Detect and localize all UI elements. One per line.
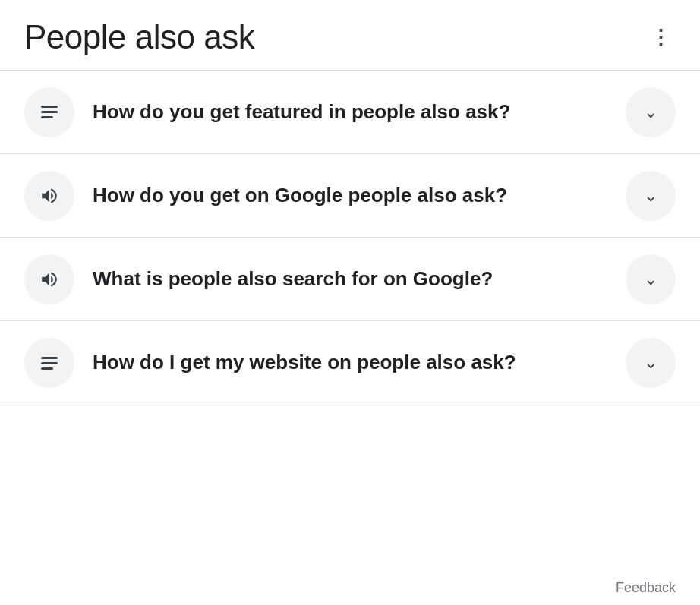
speaker-icon <box>39 269 59 289</box>
line-2 <box>41 111 58 113</box>
speaker-icon <box>39 186 59 206</box>
section-title: People also ask <box>24 18 254 56</box>
line-2 <box>41 362 58 364</box>
faq-icon-3 <box>24 254 74 304</box>
lines-icon <box>41 106 58 118</box>
more-dots-icon: ⋮ <box>651 27 671 47</box>
feedback-link[interactable]: Feedback <box>616 580 676 595</box>
faq-expand-4[interactable]: ⌄ <box>626 338 676 388</box>
line-1 <box>41 357 58 359</box>
chevron-down-icon: ⌄ <box>644 187 657 204</box>
faq-icon-1 <box>24 87 74 137</box>
lines-icon <box>41 357 58 370</box>
faq-expand-3[interactable]: ⌄ <box>626 254 676 304</box>
faq-question-1: How do you get featured in people also a… <box>74 99 626 125</box>
chevron-down-icon: ⌄ <box>644 354 657 371</box>
faq-expand-1[interactable]: ⌄ <box>626 87 676 137</box>
faq-question-2: How do you get on Google people also ask… <box>74 182 626 209</box>
faq-list: How do you get featured in people also a… <box>0 71 700 405</box>
line-3 <box>41 367 53 370</box>
chevron-down-icon: ⌄ <box>644 104 657 121</box>
faq-item-1[interactable]: How do you get featured in people also a… <box>0 71 700 154</box>
faq-icon-4 <box>24 338 74 388</box>
feedback-area: Feedback <box>616 580 676 596</box>
faq-item-4[interactable]: How do I get my website on people also a… <box>0 321 700 405</box>
faq-item-2[interactable]: How do you get on Google people also ask… <box>0 154 700 238</box>
more-options-button[interactable]: ⋮ <box>645 22 676 52</box>
chevron-down-icon: ⌄ <box>644 271 657 288</box>
faq-question-4: How do I get my website on people also a… <box>74 349 626 376</box>
line-3 <box>41 116 53 118</box>
faq-expand-2[interactable]: ⌄ <box>626 171 676 221</box>
line-1 <box>41 106 58 108</box>
people-also-ask-panel: People also ask ⋮ How do you get feature… <box>0 0 700 605</box>
faq-item-3[interactable]: What is people also search for on Google… <box>0 238 700 321</box>
footer-divider <box>0 405 700 405</box>
header: People also ask ⋮ <box>0 0 700 70</box>
faq-icon-2 <box>24 171 74 221</box>
faq-question-3: What is people also search for on Google… <box>74 266 626 292</box>
